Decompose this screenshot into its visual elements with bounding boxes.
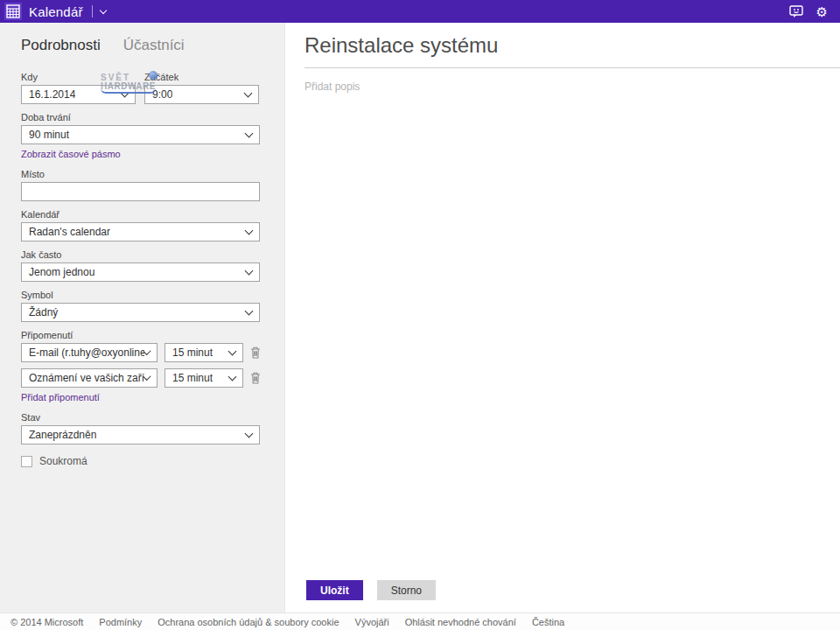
action-buttons: Uložit Storno: [306, 580, 436, 600]
feedback-icon[interactable]: [789, 5, 804, 18]
show-timezone-link[interactable]: Zobrazit časové pásmo: [21, 149, 121, 159]
footer-link-developers[interactable]: Vývojáři: [355, 617, 389, 627]
chevron-down-icon: [244, 88, 253, 97]
delete-reminder-icon[interactable]: [250, 372, 262, 385]
chevron-down-icon: [245, 266, 254, 275]
charm-label: Symbol: [21, 290, 284, 300]
title-divider: [92, 5, 93, 18]
chevron-down-icon: [245, 306, 254, 315]
repeat-select[interactable]: Jenom jednou: [21, 262, 260, 282]
cancel-button[interactable]: Storno: [377, 580, 436, 600]
description-field[interactable]: Přidat popis: [304, 80, 840, 93]
calendar-grid-icon: [6, 4, 20, 18]
calendar-select[interactable]: Radan's calendar: [21, 222, 260, 242]
footer-copyright: © 2014 Microsoft: [10, 617, 83, 627]
details-tabs: Podrobnosti Účastníci: [21, 23, 284, 54]
repeat-label: Jak často: [21, 249, 284, 260]
charm-select[interactable]: Žádný: [21, 303, 260, 322]
app-title: Kalendář: [29, 4, 83, 19]
reminder-time-select-2[interactable]: 15 minut: [164, 368, 243, 388]
chevron-down-icon: [245, 226, 254, 234]
footer-link-language[interactable]: Čeština: [532, 617, 564, 627]
reminder-method-select-1[interactable]: E-mail (r.tuhy@oxyonline.cz): [21, 343, 158, 362]
calendar-app-icon[interactable]: [4, 3, 22, 20]
when-date-select[interactable]: 16.1.2014: [21, 85, 136, 104]
reminder-row: Oznámení ve vašich zařízení 15 minut: [21, 368, 284, 388]
calendar-label: Kalendář: [21, 209, 284, 220]
chevron-down-icon: [228, 346, 237, 355]
delete-reminder-icon[interactable]: [250, 346, 262, 360]
chevron-down-icon[interactable]: [99, 6, 106, 13]
private-row: Soukromá: [21, 455, 284, 467]
tab-podrobnosti[interactable]: Podrobnosti: [21, 37, 101, 54]
footer-link-podminky[interactable]: Podmínky: [99, 617, 142, 627]
event-details-panel: Podrobnosti Účastníci Kdy 16.1.2014 Začá…: [0, 23, 285, 612]
event-title-field[interactable]: Reinstalace systému: [304, 33, 840, 58]
title-underline: [304, 67, 840, 68]
status-label: Stav: [21, 412, 284, 423]
chevron-down-icon: [228, 372, 237, 381]
private-label: Soukromá: [39, 455, 88, 467]
event-body-panel: Reinstalace systému Přidat popis Uložit …: [286, 23, 840, 612]
location-label: Místo: [21, 169, 284, 179]
gear-icon[interactable]: ⚙: [816, 5, 828, 18]
add-reminder-link[interactable]: Přidat připomenutí: [21, 392, 100, 402]
chevron-down-icon: [245, 429, 254, 438]
reminder-time-select-1[interactable]: 15 minut: [164, 343, 243, 362]
reminder-row: E-mail (r.tuhy@oxyonline.cz) 15 minut: [21, 343, 284, 362]
top-app-bar: Kalendář ⚙: [0, 0, 840, 23]
private-checkbox[interactable]: [21, 456, 32, 467]
chevron-down-icon: [121, 88, 130, 97]
footer-link-privacy-cookies[interactable]: Ochrana osobních údajů & soubory cookie: [158, 617, 339, 627]
reminders-label: Připomenutí: [21, 330, 284, 340]
start-label: Začátek: [144, 72, 259, 82]
start-time-select[interactable]: 9:00: [144, 85, 259, 104]
footer: © 2014 Microsoft Podmínky Ochrana osobní…: [0, 612, 840, 630]
status-select[interactable]: Zaneprázdněn: [21, 425, 260, 444]
when-label: Kdy: [21, 72, 136, 82]
reminder-method-select-2[interactable]: Oznámení ve vašich zařízení: [21, 368, 158, 388]
duration-select[interactable]: 90 minut: [21, 125, 260, 144]
footer-link-report-abuse[interactable]: Ohlásit nevhodné chování: [405, 617, 516, 627]
save-button[interactable]: Uložit: [306, 580, 363, 600]
duration-label: Doba trvání: [21, 112, 284, 122]
chevron-down-icon: [245, 129, 254, 137]
location-input[interactable]: [21, 182, 260, 201]
tab-ucastnici[interactable]: Účastníci: [123, 37, 185, 54]
